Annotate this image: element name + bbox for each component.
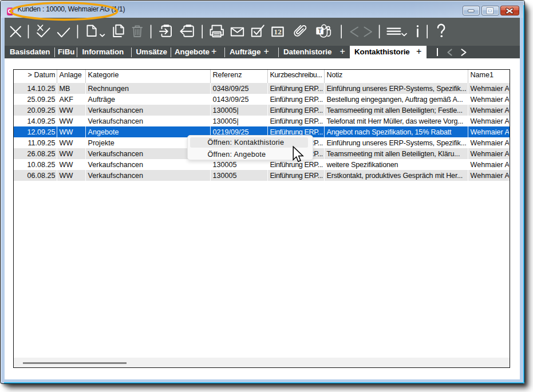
svg-text:T: T (318, 27, 322, 34)
svg-text:12: 12 (274, 27, 282, 36)
